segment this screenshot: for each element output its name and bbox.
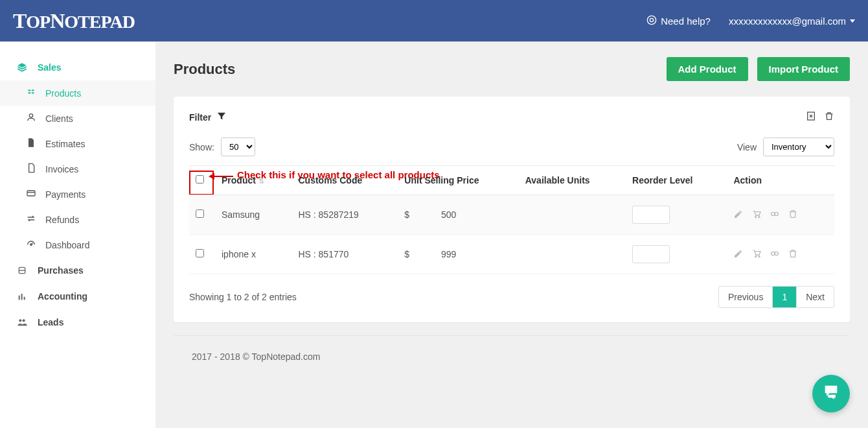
svg-point-0 xyxy=(648,16,656,24)
view-select[interactable]: Inventory xyxy=(763,137,834,156)
pagination-prev[interactable]: Previous xyxy=(719,287,772,307)
sidebar-item-clients[interactable]: Clients xyxy=(0,106,155,131)
show-select[interactable]: 50 xyxy=(221,137,255,156)
link-icon[interactable] xyxy=(770,248,780,261)
main-content: Products Add Product Import Product Filt… xyxy=(155,42,868,428)
sidebar-item-label: Clients xyxy=(45,113,73,124)
chat-fab[interactable] xyxy=(812,375,850,412)
sidebar-item-dashboard[interactable]: Dashboard xyxy=(0,232,155,257)
svg-rect-10 xyxy=(21,294,23,300)
add-product-button[interactable]: Add Product xyxy=(667,57,748,81)
link-icon[interactable] xyxy=(770,209,780,221)
cell-available xyxy=(519,235,626,274)
svg-point-22 xyxy=(775,252,778,255)
row-checkbox[interactable] xyxy=(196,209,204,218)
sidebar-item-invoices[interactable]: Invoices xyxy=(0,156,155,182)
caret-down-icon xyxy=(850,19,855,23)
svg-point-18 xyxy=(775,212,778,215)
cell-reorder xyxy=(626,195,727,235)
sidebar-item-payments[interactable]: Payments xyxy=(0,182,155,207)
reorder-input[interactable] xyxy=(632,206,670,224)
pagination-next[interactable]: Next xyxy=(796,287,834,307)
col-reorder[interactable]: Reorder Level xyxy=(626,166,727,195)
sidebar-item-label: Dashboard xyxy=(45,240,90,250)
nav-leads[interactable]: Leads xyxy=(0,309,155,335)
cell-action xyxy=(727,235,834,274)
col-customs[interactable]: Customs Code xyxy=(291,166,398,195)
trash-icon[interactable] xyxy=(788,209,798,221)
filter-row: Filter xyxy=(189,111,834,123)
gauge-icon xyxy=(26,239,36,251)
table-footer: Showing 1 to 2 of 2 entries Previous 1 N… xyxy=(189,286,834,308)
cell-customs: HS : 851770 xyxy=(291,235,398,274)
cell-customs: HS : 85287219 xyxy=(291,195,398,235)
header-buttons: Add Product Import Product xyxy=(667,57,851,81)
layers-icon xyxy=(16,62,29,73)
nav-purchases[interactable]: Purchases xyxy=(0,257,155,283)
sidebar-item-label: Products xyxy=(45,88,81,99)
file-icon xyxy=(26,137,36,150)
select-all-checkbox[interactable] xyxy=(196,175,204,184)
filter-label-text: Filter xyxy=(189,112,211,123)
view-label: View xyxy=(737,142,757,152)
show-control: Show: 50 xyxy=(189,137,255,156)
sidebar-item-refunds[interactable]: Refunds xyxy=(0,207,155,232)
reorder-input[interactable] xyxy=(632,245,670,263)
copyright: 2017 - 2018 © TopNotepad.com xyxy=(192,351,320,362)
svg-rect-11 xyxy=(24,297,25,300)
swap-icon xyxy=(26,213,36,226)
import-product-button[interactable]: Import Product xyxy=(757,57,851,81)
help-link[interactable]: Need help? xyxy=(646,15,711,27)
cell-available xyxy=(519,195,626,235)
table-row: iphone x HS : 851770 $999 xyxy=(189,235,834,274)
pagination-page-1[interactable]: 1 xyxy=(772,287,796,307)
col-unit-price[interactable]: Unit Selling Price xyxy=(398,166,518,195)
svg-point-16 xyxy=(759,216,760,217)
cell-product: iphone x xyxy=(215,235,291,274)
showing-text: Showing 1 to 2 of 2 entries xyxy=(189,292,297,302)
box-icon xyxy=(16,265,29,276)
edit-icon[interactable] xyxy=(733,209,744,221)
svg-point-1 xyxy=(650,18,654,21)
page-title: Products xyxy=(174,61,235,78)
cart-icon[interactable] xyxy=(751,209,762,221)
svg-point-2 xyxy=(29,114,32,117)
row-checkbox[interactable] xyxy=(196,249,204,257)
sidebar-item-label: Estimates xyxy=(45,139,85,149)
view-control: View Inventory xyxy=(737,137,834,156)
filter-toggle[interactable]: Filter xyxy=(189,111,227,123)
col-action[interactable]: Action xyxy=(727,166,834,195)
show-label: Show: xyxy=(189,142,214,152)
user-email: xxxxxxxxxxxxx@gmail.com xyxy=(729,16,846,27)
document-icon xyxy=(26,163,36,175)
cell-product: Samsung xyxy=(215,195,291,235)
nav-sales[interactable]: Sales xyxy=(0,54,155,80)
user-menu[interactable]: xxxxxxxxxxxxx@gmail.com xyxy=(729,16,855,27)
edit-icon[interactable] xyxy=(733,248,744,261)
cart-icon[interactable] xyxy=(751,248,762,261)
svg-line-6 xyxy=(31,243,33,245)
col-product[interactable]: Product xyxy=(215,166,291,195)
sidebar-item-products[interactable]: Products xyxy=(0,80,155,106)
col-available[interactable]: Available Units xyxy=(519,166,626,195)
nav-accounting[interactable]: Accounting xyxy=(0,283,155,309)
funnel-icon xyxy=(216,111,227,123)
topbar: TOPNOTEPAD Need help? xxxxxxxxxxxxx@gmai… xyxy=(0,0,868,42)
svg-point-17 xyxy=(771,212,775,215)
help-icon xyxy=(646,15,657,27)
products-table: Product Customs Code Unit Selling Price … xyxy=(189,165,834,274)
pagination: Previous 1 Next xyxy=(718,286,834,308)
trash-icon[interactable] xyxy=(788,248,798,261)
sidebar-item-label: Refunds xyxy=(45,215,79,225)
delete-icon[interactable] xyxy=(824,111,834,123)
sidebar-item-label: Payments xyxy=(45,189,86,200)
export-excel-icon[interactable] xyxy=(806,111,816,123)
svg-point-15 xyxy=(755,216,757,217)
nav-sales-label: Sales xyxy=(38,62,62,73)
sidebar-item-label: Invoices xyxy=(45,164,78,174)
nav-purchases-label: Purchases xyxy=(38,265,84,276)
sidebar-item-estimates[interactable]: Estimates xyxy=(0,131,155,156)
svg-rect-9 xyxy=(19,296,20,300)
table-row: Samsung HS : 85287219 $500 xyxy=(189,195,834,235)
card-icon xyxy=(26,188,36,200)
